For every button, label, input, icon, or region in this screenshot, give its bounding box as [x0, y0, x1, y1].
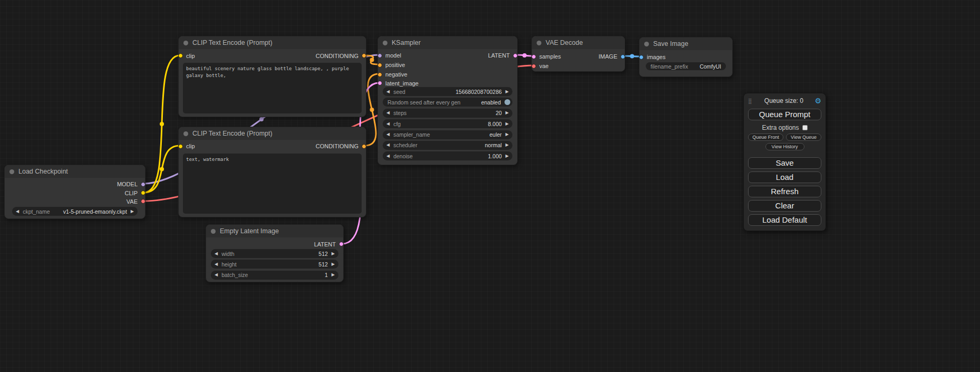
- widget-random-seed[interactable]: Random seed after every gen enabled: [383, 98, 512, 107]
- widget-value: ComfyUI: [700, 63, 721, 70]
- decrement-arrow-icon[interactable]: ◀: [215, 252, 218, 256]
- increment-arrow-icon[interactable]: ▶: [332, 252, 335, 256]
- decrement-arrow-icon[interactable]: ◀: [16, 209, 19, 214]
- prompt-textarea[interactable]: text, watermark: [183, 154, 362, 214]
- widget-sampler-name[interactable]: ◀ sampler_name euler ▶: [383, 130, 512, 139]
- extra-options-checkbox[interactable]: [802, 125, 808, 130]
- graph-canvas[interactable]: Load Checkpoint MODEL CLIP VAE ◀ ckpt_na…: [0, 0, 980, 372]
- widget-steps[interactable]: ◀ steps 20 ▶: [383, 109, 512, 118]
- widget-batch-size[interactable]: ◀ batch_size 1 ▶: [211, 271, 338, 280]
- node-load-checkpoint[interactable]: Load Checkpoint MODEL CLIP VAE ◀ ckpt_na…: [4, 165, 145, 219]
- input-slot-samples[interactable]: [531, 54, 536, 59]
- widget-value: 1: [325, 272, 328, 278]
- decrement-arrow-icon[interactable]: ◀: [215, 262, 218, 266]
- collapse-dot[interactable]: [9, 169, 14, 174]
- input-slot-latent-image[interactable]: [377, 81, 382, 85]
- increment-arrow-icon[interactable]: ▶: [131, 209, 134, 214]
- increment-arrow-icon[interactable]: ▶: [506, 90, 509, 94]
- increment-arrow-icon[interactable]: ▶: [332, 262, 335, 266]
- output-slot-latent[interactable]: [339, 242, 344, 246]
- node-vae-decode[interactable]: VAE Decode samples vae IMAGE: [531, 36, 625, 72]
- output-slot-latent[interactable]: [513, 53, 518, 58]
- settings-gear-icon[interactable]: ⚙: [814, 97, 821, 104]
- widget-value: 512: [318, 251, 328, 257]
- node-header[interactable]: Load Checkpoint: [5, 165, 145, 178]
- widget-value: euler: [489, 131, 501, 138]
- input-label-vae: vae: [539, 63, 549, 69]
- prompt-textarea[interactable]: beautiful scenery nature glass bottle la…: [183, 63, 362, 113]
- node-title: Load Checkpoint: [18, 168, 68, 175]
- input-slot-clip[interactable]: [178, 53, 183, 58]
- drag-handle-icon[interactable]: ⣿: [748, 98, 751, 104]
- node-header[interactable]: CLIP Text Encode (Prompt): [179, 127, 366, 140]
- widget-scheduler[interactable]: ◀ scheduler normal ▶: [383, 141, 512, 150]
- refresh-button[interactable]: Refresh: [748, 186, 821, 197]
- clear-button[interactable]: Clear: [748, 200, 821, 212]
- view-history-button[interactable]: View History: [765, 143, 804, 150]
- decrement-arrow-icon[interactable]: ◀: [386, 154, 390, 158]
- widget-seed[interactable]: ◀ seed 156680208700286 ▶: [383, 87, 512, 96]
- toggle-dot[interactable]: [504, 99, 510, 105]
- increment-arrow-icon[interactable]: ▶: [506, 132, 509, 137]
- increment-arrow-icon[interactable]: ▶: [506, 154, 509, 158]
- save-button[interactable]: Save: [748, 157, 821, 169]
- input-label-clip: clip: [186, 53, 195, 59]
- widget-label: height: [221, 261, 237, 268]
- decrement-arrow-icon[interactable]: ◀: [386, 111, 390, 115]
- load-button[interactable]: Load: [748, 171, 821, 183]
- input-slot-clip[interactable]: [178, 144, 183, 149]
- node-header[interactable]: CLIP Text Encode (Prompt): [179, 36, 366, 49]
- widget-value: enabled: [481, 99, 501, 106]
- input-slot-vae[interactable]: [531, 64, 536, 69]
- collapse-dot[interactable]: [183, 131, 188, 136]
- increment-arrow-icon[interactable]: ▶: [332, 273, 335, 277]
- collapse-dot[interactable]: [211, 229, 216, 234]
- load-default-button[interactable]: Load Default: [748, 214, 821, 226]
- output-slot-vae[interactable]: [141, 199, 145, 204]
- node-header[interactable]: Empty Latent Image: [206, 225, 343, 237]
- widget-denoise[interactable]: ◀ denoise 1.000 ▶: [383, 151, 512, 160]
- collapse-dot[interactable]: [644, 42, 649, 46]
- decrement-arrow-icon[interactable]: ◀: [386, 132, 390, 137]
- node-header[interactable]: VAE Decode: [532, 36, 625, 49]
- widget-filename-prefix[interactable]: filename_prefix ComfyUI: [646, 62, 726, 70]
- collapse-dot[interactable]: [383, 41, 387, 45]
- decrement-arrow-icon[interactable]: ◀: [386, 143, 390, 147]
- node-header[interactable]: KSampler: [378, 36, 517, 49]
- increment-arrow-icon[interactable]: ▶: [506, 122, 509, 126]
- decrement-arrow-icon[interactable]: ◀: [386, 122, 390, 126]
- decrement-arrow-icon[interactable]: ◀: [215, 273, 218, 277]
- queue-prompt-button[interactable]: Queue Prompt: [748, 109, 821, 120]
- collapse-dot[interactable]: [537, 41, 541, 45]
- output-label-vae: VAE: [127, 198, 138, 205]
- output-slot-image[interactable]: [620, 54, 625, 59]
- node-header[interactable]: Save Image: [639, 37, 732, 50]
- widget-width[interactable]: ◀ width 512 ▶: [211, 249, 338, 258]
- queue-buttons-row: Queue Front View Queue: [748, 133, 821, 141]
- output-slot-clip[interactable]: [141, 190, 145, 195]
- decrement-arrow-icon[interactable]: ◀: [386, 90, 390, 94]
- widget-ckpt-name[interactable]: ◀ ckpt_name v1-5-pruned-emaonly.ckpt ▶: [12, 207, 138, 216]
- input-slot-model[interactable]: [377, 53, 382, 58]
- queue-front-button[interactable]: Queue Front: [748, 133, 783, 141]
- widget-value: 1.000: [488, 153, 502, 159]
- node-ksampler[interactable]: KSampler model positive negative latent_…: [377, 36, 518, 165]
- node-empty-latent-image[interactable]: Empty Latent Image LATENT ◀ width 512 ▶ …: [206, 224, 344, 282]
- input-slot-negative[interactable]: [377, 72, 382, 77]
- widget-height[interactable]: ◀ height 512 ▶: [211, 260, 338, 269]
- collapse-dot[interactable]: [183, 41, 188, 45]
- queue-panel: ⣿ Queue size: 0 ⚙ Queue Prompt Extra opt…: [743, 93, 826, 231]
- node-clip-text-encode-positive[interactable]: CLIP Text Encode (Prompt) clip CONDITION…: [178, 36, 366, 117]
- output-slot-conditioning[interactable]: [362, 144, 366, 149]
- input-slot-positive[interactable]: [377, 63, 382, 68]
- increment-arrow-icon[interactable]: ▶: [506, 143, 509, 147]
- node-save-image[interactable]: Save Image images filename_prefix ComfyU…: [639, 37, 733, 77]
- widget-cfg[interactable]: ◀ cfg 8.000 ▶: [383, 119, 512, 128]
- output-label-latent: LATENT: [488, 52, 510, 59]
- node-clip-text-encode-negative[interactable]: CLIP Text Encode (Prompt) clip CONDITION…: [178, 127, 366, 217]
- view-queue-button[interactable]: View Queue: [786, 133, 821, 141]
- output-slot-conditioning[interactable]: [362, 53, 366, 58]
- input-slot-images[interactable]: [639, 55, 644, 60]
- increment-arrow-icon[interactable]: ▶: [506, 111, 509, 115]
- output-slot-model[interactable]: [141, 182, 145, 187]
